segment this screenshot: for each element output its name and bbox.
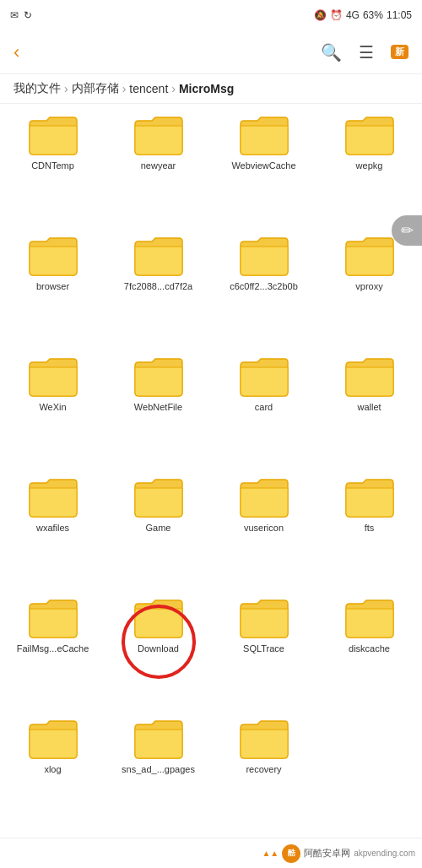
folder-icon [344, 355, 395, 398]
file-item[interactable]: fts [316, 466, 422, 587]
folder-icon [28, 235, 78, 277]
bottom-bar: ▲▲ 酷 阿酷安卓网 akpvending.com [0, 838, 422, 868]
folder-icon [133, 114, 184, 156]
folder-icon [28, 718, 78, 760]
file-item[interactable]: browser [0, 225, 106, 345]
folder-icon [344, 114, 395, 156]
file-label: FailMsg...eCache [17, 643, 89, 654]
folder-icon [133, 355, 184, 398]
file-label: browser [36, 280, 69, 292]
file-label: wxafiles [36, 522, 69, 534]
file-label: CDNTemp [31, 160, 74, 171]
back-button[interactable]: ‹ [14, 41, 19, 63]
breadcrumb-sep-0: › [64, 82, 68, 95]
file-item[interactable]: sns_ad_...gpages [106, 708, 211, 828]
breadcrumb-item-0[interactable]: 我的文件 [14, 81, 61, 96]
folder-icon [133, 235, 184, 277]
breadcrumb-sep-1: › [122, 82, 127, 95]
toolbar-right: 🔍 ☰ 新 [321, 42, 408, 62]
new-badge[interactable]: 新 [391, 45, 408, 59]
file-label: c6c0ff2...3c2b0b [230, 280, 298, 292]
file-item[interactable]: wepkg [316, 104, 422, 225]
file-item[interactable]: vusericon [211, 466, 316, 587]
folder-icon [344, 597, 395, 639]
signal-text: 4G [346, 9, 360, 21]
file-label: diskcache [349, 643, 390, 654]
file-label: wallet [357, 401, 381, 413]
folder-icon [239, 114, 289, 156]
folder-icon [133, 597, 184, 639]
toolbar: ‹ 🔍 ☰ 新 [0, 30, 422, 74]
file-item[interactable]: WebNetFile [106, 345, 211, 466]
battery-text: 63% [363, 9, 383, 21]
file-item[interactable]: wxafiles [0, 466, 106, 587]
folder-icon [344, 476, 395, 518]
status-right-info: 🔕 ⏰ 4G 63% 11:05 [314, 9, 412, 21]
folder-icon [28, 597, 78, 639]
file-label: xlog [44, 763, 61, 775]
file-item[interactable]: diskcache [316, 587, 422, 708]
file-item[interactable]: Game [106, 466, 211, 587]
file-label: sns_ad_...gpages [122, 763, 195, 775]
file-item[interactable]: Download [106, 587, 211, 708]
folder-icon [239, 597, 289, 639]
menu-button[interactable]: ☰ [359, 42, 374, 62]
file-label: fts [365, 522, 375, 534]
file-label: newyear [141, 160, 176, 171]
file-label: card [255, 401, 273, 413]
refresh-icon: ↻ [24, 9, 32, 21]
folder-icon [28, 114, 78, 156]
folder-icon [239, 476, 289, 518]
folder-icon [28, 476, 78, 518]
breadcrumb-sep-2: › [171, 82, 176, 95]
file-label: recovery [246, 763, 281, 775]
file-item[interactable]: card [211, 345, 316, 466]
file-item[interactable]: SQLTrace [211, 587, 316, 708]
file-label: vproxy [355, 280, 382, 292]
folder-icon [239, 718, 289, 760]
file-item[interactable]: newyear [106, 104, 211, 225]
file-item[interactable]: xlog [0, 708, 106, 828]
msg-icon: ✉ [10, 9, 19, 21]
mute-icon: 🔕 [314, 9, 327, 21]
status-left-icons: ✉ ↻ [10, 9, 32, 21]
folder-icon [239, 355, 289, 398]
folder-icon [133, 718, 184, 760]
file-item[interactable]: WeXin [0, 345, 106, 466]
watermark-text: 阿酷安卓网 [304, 847, 350, 860]
watermark-url: akpvending.com [354, 849, 415, 858]
file-item[interactable]: 7fc2088...cd7f2a [106, 225, 211, 345]
file-item[interactable]: wallet [316, 345, 422, 466]
file-grid: CDNTemp newyear WebviewCache wepkg brows… [0, 104, 422, 835]
watermark-logo: 酷 [282, 844, 300, 863]
edit-fab-button[interactable]: ✏ [392, 215, 422, 246]
file-item[interactable]: recovery [211, 708, 316, 828]
status-bar: ✉ ↻ 🔕 ⏰ 4G 63% 11:05 [0, 0, 422, 30]
watermark-arrow: ▲▲ [262, 849, 279, 858]
file-label: Game [146, 522, 171, 534]
file-label: WebviewCache [231, 160, 295, 171]
folder-icon [133, 476, 184, 518]
breadcrumb-item-3[interactable]: MicroMsg [179, 82, 234, 95]
file-label: SQLTrace [243, 643, 284, 654]
breadcrumb-item-1[interactable]: 内部存储 [72, 81, 119, 96]
file-item[interactable]: CDNTemp [0, 104, 106, 225]
folder-icon [239, 235, 289, 277]
file-item[interactable]: c6c0ff2...3c2b0b [211, 225, 316, 345]
file-item[interactable]: FailMsg...eCache [0, 587, 106, 708]
folder-icon [28, 355, 78, 398]
file-label: 7fc2088...cd7f2a [124, 280, 192, 292]
file-item[interactable]: WebviewCache [211, 104, 316, 225]
search-button[interactable]: 🔍 [321, 42, 342, 62]
file-label: WebNetFile [134, 401, 182, 413]
watermark: ▲▲ 酷 阿酷安卓网 akpvending.com [262, 844, 415, 863]
folder-icon [344, 235, 395, 277]
file-label: wepkg [356, 160, 383, 171]
file-label: WeXin [39, 401, 66, 413]
file-label: Download [138, 643, 179, 654]
alarm-icon: ⏰ [330, 9, 343, 21]
time-text: 11:05 [387, 9, 412, 21]
file-label: vusericon [244, 522, 284, 534]
breadcrumb: 我的文件 › 内部存储 › tencent › MicroMsg [0, 74, 422, 104]
breadcrumb-item-2[interactable]: tencent [129, 82, 168, 95]
